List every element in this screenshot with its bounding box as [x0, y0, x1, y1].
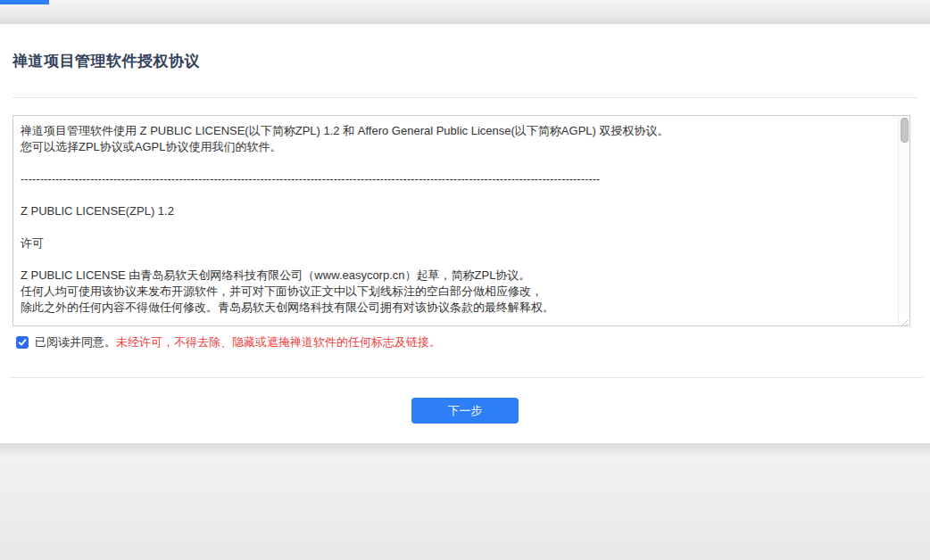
page-title: 禅道项目管理软件授权协议: [12, 51, 200, 71]
scrollbar-thumb[interactable]: [901, 118, 909, 143]
resize-handle-icon[interactable]: [899, 315, 909, 325]
license-panel: 禅道项目管理软件授权协议 禅道项目管理软件使用 Z PUBLIC LICENSE…: [0, 24, 930, 443]
agreement-row: 已阅读并同意。 未经许可，不得去除、隐藏或遮掩禅道软件的任何标志及链接。: [16, 334, 441, 350]
license-text: 禅道项目管理软件使用 Z PUBLIC LICENSE(以下简称ZPL) 1.2…: [13, 116, 897, 325]
agree-checkbox[interactable]: [16, 336, 29, 349]
top-gradient-bar: [0, 0, 930, 24]
agreement-warning: 未经许可，不得去除、隐藏或遮掩禅道软件的任何标志及链接。: [116, 334, 441, 350]
license-textarea[interactable]: 禅道项目管理软件使用 Z PUBLIC LICENSE(以下简称ZPL) 1.2…: [12, 115, 910, 326]
textarea-scrollbar[interactable]: [898, 116, 909, 325]
page-background: [0, 443, 930, 560]
page: 禅道项目管理软件授权协议 禅道项目管理软件使用 Z PUBLIC LICENSE…: [0, 0, 930, 560]
next-button[interactable]: 下一步: [411, 398, 519, 424]
agreement-label[interactable]: 已阅读并同意。: [35, 334, 116, 350]
title-divider: [12, 97, 918, 98]
check-icon: [18, 338, 27, 347]
loading-progress-bar: [0, 0, 49, 4]
footer-divider: [9, 377, 923, 378]
